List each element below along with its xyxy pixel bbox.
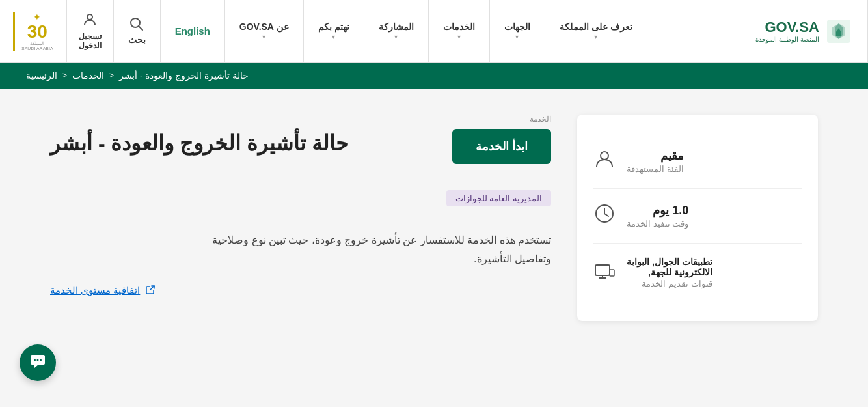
breadcrumb-current: حالة تأشيرة الخروج والعودة - أبشر xyxy=(119,70,249,81)
nav-know-ksa[interactable]: تعرف على المملكة ▾ xyxy=(545,0,647,62)
breadcrumb-home-link[interactable]: الرئيسية xyxy=(26,70,57,81)
breadcrumb-services-link[interactable]: الخدمات xyxy=(72,70,104,81)
service-detail: الخدمة ابدأ الخدمة حالة تأشيرة الخروج وا… xyxy=(50,115,551,297)
channels-value: تطبيقات الجوال, البوابة الالكترونية للجه… xyxy=(627,257,712,277)
service-description: تستخدم هذه الخدمة للاستفسار عن تأشيرة خر… xyxy=(50,231,551,269)
nav-about-you[interactable]: نهتم بكم ▾ xyxy=(303,0,364,62)
target-group-value: مقيم xyxy=(627,148,684,163)
nav-about[interactable]: عن GOV.SA ▾ xyxy=(224,0,303,62)
nav-search[interactable]: بحث xyxy=(113,0,160,62)
gov-sa-sub-text: المنصة الوطنية الموحدة xyxy=(755,36,819,43)
breadcrumb: حالة تأشيرة الخروج والعودة - أبشر < الخد… xyxy=(0,63,868,89)
nav-english[interactable]: English xyxy=(160,0,224,62)
main-header: GOV.SA المنصة الوطنية الموحدة تعرف على ا… xyxy=(0,0,868,63)
sidebar-execution-time-text: 1.0 يوم وقت تنفيذ الخدمة xyxy=(627,203,688,229)
gov-sa-text: GOV.SA المنصة الوطنية الموحدة xyxy=(755,19,819,43)
service-level-label: اتفاقية مستوى الخدمة xyxy=(50,285,140,296)
nav-entities[interactable]: الجهات ▾ xyxy=(489,0,545,62)
svg-point-5 xyxy=(601,152,608,160)
header-nav: تعرف على المملكة ▾ الجهات ▾ الخدمات ▾ ال… xyxy=(0,0,647,62)
breadcrumb-sep-2: < xyxy=(109,71,114,80)
gov-sa-icon xyxy=(826,18,852,44)
chevron-down-icon-participation: ▾ xyxy=(394,33,398,40)
thirty-anniversary-logo: ✦ 30 المملكة SAUDI ARABIA xyxy=(0,0,66,62)
chevron-down-icon-about-you: ▾ xyxy=(332,33,335,40)
chevron-down-icon-about: ▾ xyxy=(262,33,265,40)
person-icon xyxy=(593,147,616,175)
gov-sa-main-text: GOV.SA xyxy=(755,19,819,36)
svg-rect-9 xyxy=(595,265,610,275)
service-level-link[interactable]: اتفاقية مستوى الخدمة xyxy=(50,285,551,297)
breadcrumb-sep-1: < xyxy=(62,71,67,80)
execution-time-value: 1.0 يوم xyxy=(627,203,688,218)
main-content: مقيم الفئة المستهدفة 1.0 يوم وقت تنفيذ ا… xyxy=(24,89,844,360)
external-link-icon xyxy=(145,285,156,297)
sidebar-execution-time: 1.0 يوم وقت تنفيذ الخدمة xyxy=(593,189,802,244)
service-sidebar-card: مقيم الفئة المستهدفة 1.0 يوم وقت تنفيذ ا… xyxy=(577,115,818,321)
nav-services[interactable]: الخدمات ▾ xyxy=(428,0,489,62)
devices-icon xyxy=(593,259,616,287)
svg-rect-12 xyxy=(610,270,614,276)
service-category-label: الخدمة xyxy=(50,115,551,124)
execution-time-label: وقت تنفيذ الخدمة xyxy=(627,219,688,229)
sidebar-channels: تطبيقات الجوال, البوابة الالكترونية للجه… xyxy=(593,244,802,302)
start-service-button[interactable]: ابدأ الخدمة xyxy=(452,129,551,164)
sidebar-target-group-text: مقيم الفئة المستهدفة xyxy=(627,148,684,174)
service-title: حالة تأشيرة الخروج والعودة - أبشر xyxy=(50,129,349,158)
target-group-label: الفئة المستهدفة xyxy=(627,164,684,174)
svg-line-8 xyxy=(604,214,608,216)
search-icon xyxy=(129,17,144,35)
clock-icon xyxy=(593,202,616,230)
chevron-down-icon-entities: ▾ xyxy=(515,33,519,40)
sidebar-channels-text: تطبيقات الجوال, البوابة الالكترونية للجه… xyxy=(627,257,712,288)
chat-icon xyxy=(29,352,46,360)
svg-line-3 xyxy=(139,27,143,31)
gov-sa-logo: GOV.SA المنصة الوطنية الموحدة xyxy=(755,18,852,44)
thirty-logo: ✦ 30 المملكة SAUDI ARABIA xyxy=(13,12,53,51)
header-right: GOV.SA المنصة الوطنية الموحدة xyxy=(740,0,868,62)
star-icon: ✦ xyxy=(33,12,41,22)
nav-participation[interactable]: المشاركة ▾ xyxy=(364,0,428,62)
svg-point-4 xyxy=(87,14,92,20)
channels-label: قنوات تقديم الخدمة xyxy=(627,279,712,288)
nav-login[interactable]: تسجيل الدخول xyxy=(66,0,113,62)
service-badge: المديرية العامة للجوازات xyxy=(446,190,551,206)
chevron-down-icon-know-ksa: ▾ xyxy=(594,33,597,40)
sidebar-target-group: مقيم الفئة المستهدفة xyxy=(593,134,802,189)
service-header-row: ابدأ الخدمة حالة تأشيرة الخروج والعودة -… xyxy=(50,129,551,184)
user-icon xyxy=(82,12,98,31)
svg-rect-1 xyxy=(836,31,841,36)
chevron-down-icon-services: ▾ xyxy=(457,33,461,40)
gov-sa-logo-area: GOV.SA المنصة الوطنية الموحدة xyxy=(740,0,868,62)
